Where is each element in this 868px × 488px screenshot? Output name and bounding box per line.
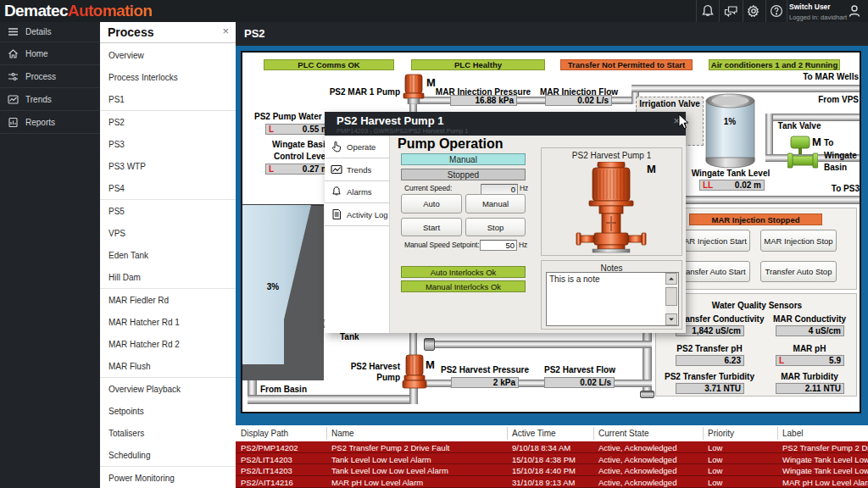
status-banner-plc-comms: PLC Comms OK	[264, 59, 394, 70]
value-text: 0.02 m	[735, 180, 761, 190]
value-text: 0.02 L/s	[577, 96, 609, 105]
pump-water-value-box: L 0.55 m	[265, 124, 332, 135]
wingate-tank-graphic[interactable]	[705, 92, 755, 169]
process-item-setpoints[interactable]: Setpoints	[100, 400, 236, 423]
process-item-mar-hatcher-rd-1[interactable]: MAR Hatcher Rd 1	[100, 311, 236, 334]
notes-scrollbar-thumb[interactable]	[665, 287, 677, 306]
cell-label: MAR pH Low Level Alarm	[782, 478, 868, 487]
auto-button[interactable]: Auto	[401, 194, 462, 214]
transfer-auto-stop-button[interactable]: Transfer Auto Stop	[760, 261, 837, 282]
process-item-vps[interactable]: VPS	[100, 222, 236, 245]
process-item-ps4[interactable]: PS4	[100, 177, 236, 200]
mar1-pump-graphic[interactable]	[403, 73, 425, 104]
alarm-row[interactable]: PS2/AIT14216 MAR pH Low Level Alarm 31/1…	[236, 476, 868, 488]
app-logo: DematecAutomation	[4, 2, 153, 20]
dialog-menu-label: Operate	[347, 142, 376, 152]
cell-name: Tank Level Low Low Level Alarm	[331, 466, 448, 475]
process-item-eden-tank[interactable]: Eden Tank	[100, 244, 236, 267]
cell-display-path: PS2/PMP14202	[241, 443, 298, 452]
wq-value-box: L 5.9	[776, 355, 844, 366]
trends-chart-icon	[8, 94, 19, 105]
cell-current-state: Active, Acknowledged	[598, 443, 676, 452]
top-app-bar: DematecAutomation	[0, 0, 868, 22]
wingate-tank-level-label: Wingate Tank Level	[680, 169, 782, 178]
process-item-mar-hatcher-rd-2[interactable]: MAR Hatcher Rd 2	[100, 333, 236, 356]
start-button[interactable]: Start	[401, 218, 462, 236]
column-header[interactable]: Current State	[598, 429, 648, 438]
dialog-menu-label: Alarms	[347, 187, 372, 197]
process-item-ps2[interactable]: PS2	[100, 111, 236, 134]
process-panel-header: Process ×	[100, 22, 236, 43]
process-item-totalisers[interactable]: Totalisers	[100, 422, 236, 445]
notifications-bell-icon[interactable]	[700, 3, 715, 19]
user-session-block[interactable]: Switch User Logged in: davidhart	[789, 3, 847, 21]
pump-state-indicator: Stopped	[401, 169, 526, 180]
stop-button[interactable]: Stop	[465, 218, 526, 236]
dialog-menu-activity-log[interactable]: Activity Log	[325, 203, 390, 226]
sidebar-details-toggle[interactable]: Details	[0, 22, 100, 42]
alarm-row[interactable]: PS2/LIT14203 Tank Level Low Level Alarm …	[236, 453, 868, 464]
sidebar-item-reports[interactable]: Reports	[0, 112, 100, 134]
sidebar-item-trends[interactable]: Trends	[0, 89, 100, 111]
column-header[interactable]: Priority	[708, 429, 734, 438]
topbar-separator	[719, 0, 720, 22]
harvest-flow-label: PS2 Harvest Flow	[529, 365, 631, 374]
to-wingate-basin-label: To Wingate Basin	[824, 137, 860, 175]
process-item-hill-dam[interactable]: Hill Dam	[100, 266, 236, 289]
wq-value-box: 3.71 NTU	[676, 383, 744, 394]
process-item-mar-flush[interactable]: MAR Flush	[100, 355, 236, 378]
setpoint-field[interactable]: 50	[480, 240, 517, 251]
process-item-ps5[interactable]: PS5	[100, 200, 236, 223]
process-item-ps1[interactable]: PS1	[100, 88, 236, 111]
process-flow-icon	[8, 71, 19, 82]
notes-textarea[interactable]: This is a note	[546, 272, 679, 326]
process-item-process-interlocks[interactable]: Process Interlocks	[100, 66, 236, 89]
topbar-separator	[787, 0, 787, 22]
cell-active-time: 31/10/18 9:13 AM	[512, 478, 575, 487]
sidebar-item-process[interactable]: Process	[0, 66, 100, 88]
column-header[interactable]: Name	[331, 429, 354, 438]
process-panel-close-icon[interactable]: ×	[222, 25, 229, 37]
process-item-ps3-wtp[interactable]: PS3 WTP	[100, 155, 236, 178]
setpoint-label: Manual Speed Setpoint:	[404, 241, 480, 249]
process-item-ps3[interactable]: PS3	[100, 133, 236, 156]
settings-gear-icon[interactable]	[746, 3, 761, 19]
harvest-pump-graphic[interactable]	[402, 353, 427, 389]
process-item-overview-playback[interactable]: Overview Playback	[100, 378, 236, 401]
notes-scroll-down-button[interactable]	[665, 313, 677, 325]
process-item-power-monitoring[interactable]: Power Monitoring	[100, 467, 236, 488]
manual-button[interactable]: Manual	[465, 194, 526, 214]
help-icon[interactable]	[769, 3, 784, 19]
process-item-scheduling[interactable]: Scheduling	[100, 444, 236, 467]
switch-user-label[interactable]: Switch User	[789, 3, 847, 11]
current-speed-unit: Hz	[520, 184, 528, 192]
process-item-mar-fiedler-rd[interactable]: MAR Fiedler Rd	[100, 289, 236, 312]
process-item-overview[interactable]: Overview	[100, 44, 236, 67]
cell-name: Tank Level Low Level Alarm	[331, 455, 431, 464]
mar-injection-stop-button[interactable]: MAR Injection Stop	[760, 230, 837, 252]
pump-image-title: PS2 Harvest Pump 1	[542, 151, 682, 160]
cell-current-state: Active, Acknowledged	[598, 478, 676, 487]
notes-scroll-up-button[interactable]	[665, 273, 677, 285]
trends-icon	[331, 164, 342, 175]
dialog-menu-trends[interactable]: Trends	[325, 158, 390, 181]
alarm-row[interactable]: PS2/LIT14203 Tank Level Low Low Level Al…	[236, 464, 868, 476]
dialog-menu-alarms[interactable]: Alarms	[325, 180, 390, 203]
setpoint-unit: Hz	[519, 241, 527, 249]
basin-control-value-box: L 0.27 m	[265, 164, 332, 175]
basin-level-value: 3%	[248, 282, 298, 291]
basin-control-label-1: Wingate Basin	[272, 140, 331, 149]
column-header[interactable]: Label	[782, 429, 803, 438]
column-header[interactable]: Display Path	[241, 429, 288, 438]
messages-chat-icon[interactable]	[723, 3, 738, 19]
value-text: 3.71 NTU	[704, 384, 741, 393]
dialog-menu-operate[interactable]: Operate	[325, 136, 390, 158]
sidebar-item-home[interactable]: Home	[0, 43, 100, 65]
alarm-row[interactable]: PS2/PMP14202 PS2 Transfer Pump 2 Drive F…	[236, 441, 868, 453]
basin-graphic[interactable]	[242, 204, 324, 380]
dialog-header[interactable]: PS2 Harvest Pump 1 PMP14203 - GWRS/PS2/P…	[325, 112, 686, 136]
user-avatar-icon[interactable]	[847, 3, 862, 19]
column-header[interactable]: Active Time	[512, 429, 556, 438]
wq-value-box: 1,842 uS/cm	[676, 325, 744, 336]
cell-priority: Low	[708, 443, 722, 452]
